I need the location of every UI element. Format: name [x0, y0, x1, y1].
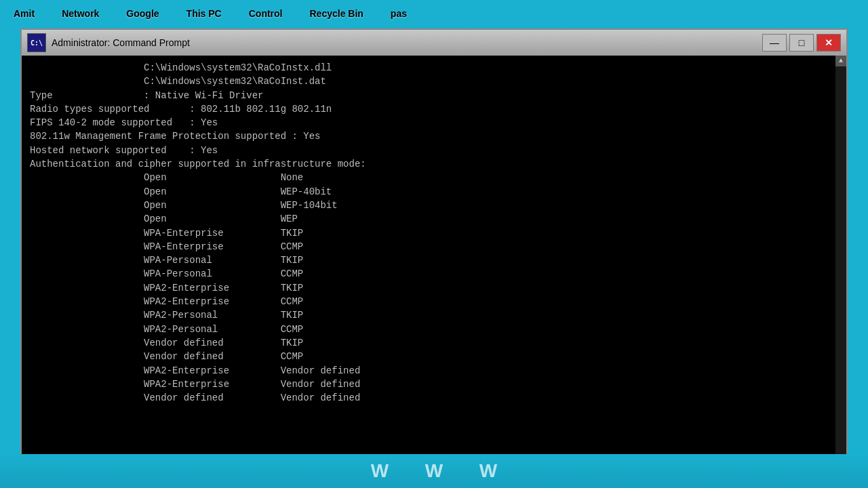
- bottom-icon-3: W: [461, 454, 515, 488]
- scrollbar-track[interactable]: [835, 66, 846, 460]
- bottom-taskbar: W W W: [0, 454, 868, 488]
- bottom-icon-1: W: [353, 454, 407, 488]
- taskbar-item-recyclebin[interactable]: Recycle Bin: [309, 8, 363, 19]
- taskbar-item-amit[interactable]: Amit: [14, 8, 35, 19]
- taskbar-item-control[interactable]: Control: [249, 8, 283, 19]
- title-bar-left: C:\ Administrator: Command Prompt: [27, 33, 190, 52]
- bottom-icon-2: W: [407, 454, 461, 488]
- cmd-icon: C:\: [27, 33, 46, 52]
- taskbar-item-thispc[interactable]: This PC: [186, 8, 222, 19]
- window-title: Administrator: Command Prompt: [52, 37, 190, 48]
- title-bar: C:\ Administrator: Command Prompt — □ ✕: [22, 30, 846, 56]
- taskbar-item-google[interactable]: Google: [126, 8, 159, 19]
- minimize-button[interactable]: —: [762, 34, 787, 52]
- taskbar: Amit Network Google This PC Control Recy…: [0, 0, 868, 27]
- maximize-button[interactable]: □: [789, 34, 814, 52]
- scrollbar[interactable]: ▲ ▼: [835, 56, 846, 471]
- close-button[interactable]: ✕: [816, 34, 841, 52]
- console-area[interactable]: C:\Windows\system32\RaCoInstx.dll C:\Win…: [22, 56, 846, 471]
- title-bar-controls: — □ ✕: [762, 34, 841, 52]
- console-output: C:\Windows\system32\RaCoInstx.dll C:\Win…: [30, 61, 838, 405]
- cmd-window: C:\ Administrator: Command Prompt — □ ✕ …: [20, 28, 848, 472]
- taskbar-item-network[interactable]: Network: [62, 8, 99, 19]
- taskbar-item-pas[interactable]: pas: [391, 8, 407, 19]
- scroll-up-arrow[interactable]: ▲: [835, 56, 846, 66]
